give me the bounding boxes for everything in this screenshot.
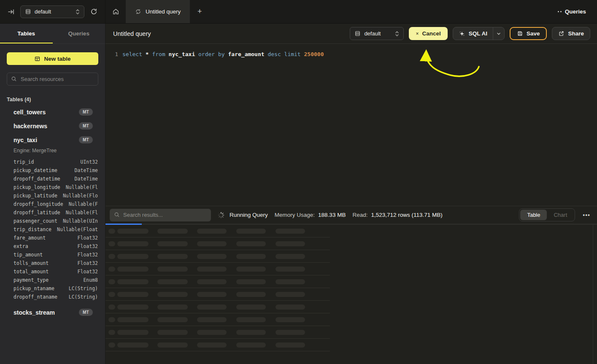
column-type: Nullable(F	[69, 201, 98, 207]
sidebar-tab-queries[interactable]: Queries	[53, 24, 105, 43]
results-scrollbar-track[interactable]	[593, 225, 593, 364]
column-row: tip_amountFloat32	[0, 251, 105, 259]
column-row: dropoff_datetimeDateTime	[0, 175, 105, 183]
skeleton-cell	[117, 229, 149, 234]
table-row-stocks-stream[interactable]: stocks_stream MT	[0, 305, 105, 319]
column-name: total_amount	[14, 269, 49, 275]
close-icon: ×	[416, 31, 419, 37]
skeleton-cell	[236, 267, 266, 272]
skeleton-cell	[197, 279, 227, 284]
column-name: tolls_amount	[14, 260, 49, 266]
tab-label: Untitled query	[146, 8, 181, 15]
sql-token: from	[152, 51, 168, 57]
column-row: extraFloat32	[0, 242, 105, 251]
skeleton-row	[105, 301, 330, 313]
skeleton-cell	[157, 305, 188, 310]
column-name: pickup_ntaname	[14, 286, 54, 291]
engine-badge: MT	[79, 122, 93, 129]
new-table-button[interactable]: New table	[7, 52, 98, 65]
share-label: Share	[568, 30, 584, 37]
skeleton-cell	[236, 292, 266, 297]
table-name: nyc_taxi	[14, 137, 37, 143]
skeleton-cell	[117, 241, 149, 246]
skeleton-row	[105, 288, 330, 301]
queries-link[interactable]: Queries	[558, 0, 597, 23]
sql-token: desc	[267, 51, 284, 57]
refresh-icon[interactable]	[90, 8, 97, 15]
table-row-nyc-taxi[interactable]: nyc_taxi MT	[0, 133, 105, 147]
toggle-chart[interactable]: Chart	[547, 210, 574, 220]
skeleton-cell	[108, 241, 115, 246]
chevron-up-down-icon	[76, 9, 80, 15]
column-name: tip_amount	[14, 252, 43, 258]
query-database-value: default	[364, 30, 381, 37]
more-options-button[interactable]: •••	[583, 212, 590, 218]
sql-token: 250000	[304, 51, 324, 57]
results-toolbar: Running Query Memory Usage: 188.33 MB Re…	[105, 206, 597, 224]
sql-console-app: default Untitled query + Que	[0, 0, 597, 364]
read-stat: Read: 1,523,712 rows (113.71 MB)	[352, 212, 442, 218]
sql-ai-dropdown[interactable]	[493, 27, 504, 40]
skeleton-cell	[276, 305, 305, 310]
column-type: Nullable(Fl	[66, 184, 98, 190]
skeleton-cell	[276, 279, 305, 284]
search-resources-input[interactable]	[7, 73, 98, 86]
sql-ai-main[interactable]: SQL AI	[453, 27, 493, 40]
dots-icon	[558, 11, 562, 12]
sql-token: nyc_taxi	[169, 51, 198, 57]
skeleton-cell	[236, 241, 266, 246]
skeleton-cell	[197, 267, 227, 272]
share-icon	[558, 30, 565, 37]
collapse-sidebar-icon[interactable]	[8, 8, 14, 15]
column-row: pickup_latitudeNullable(Flo	[0, 191, 105, 200]
tab-untitled-query[interactable]: Untitled query	[126, 0, 190, 23]
search-results-input[interactable]	[110, 209, 211, 221]
column-row: pickup_longitudeNullable(Fl	[0, 183, 105, 191]
queries-link-label: Queries	[565, 8, 586, 15]
loading-spinner-icon	[218, 212, 224, 218]
skeleton-cell	[276, 241, 305, 246]
sidebar-tab-tables[interactable]: Tables	[0, 24, 53, 43]
results-area	[105, 225, 597, 364]
table-row-hackernews[interactable]: hackernews MT	[0, 119, 105, 133]
skeleton-cell	[157, 241, 188, 246]
table-row-cell-towers[interactable]: cell_towers MT	[0, 105, 105, 119]
sidebar: Tables Queries New table Tables (4) cell…	[0, 24, 105, 364]
search-icon	[11, 76, 17, 82]
sql-editor[interactable]: 1 select * from nyc_taxi order by fare_a…	[105, 44, 597, 206]
sql-ai-button[interactable]: SQL AI	[453, 27, 505, 40]
column-row: pickup_ntanameLC(String)	[0, 284, 105, 293]
query-database-selector[interactable]: default	[350, 27, 404, 40]
resource-search	[7, 73, 98, 86]
sync-icon	[135, 8, 141, 15]
cancel-button[interactable]: × Cancel	[409, 27, 447, 40]
column-name: passenger_count	[14, 218, 57, 224]
line-number: 1	[105, 51, 118, 58]
skeleton-cell	[117, 330, 149, 335]
topbar: default Untitled query + Que	[0, 0, 597, 24]
column-row: trip_idUInt32	[0, 158, 105, 166]
topbar-database-selector[interactable]: default	[20, 5, 84, 18]
column-name: pickup_latitude	[14, 193, 57, 199]
save-button[interactable]: Save	[510, 27, 547, 40]
skeleton-cell	[108, 317, 115, 322]
skeleton-cell	[108, 342, 115, 348]
share-button[interactable]: Share	[552, 27, 590, 40]
status-text: Running Query	[230, 212, 268, 218]
new-tab-button[interactable]: +	[190, 0, 209, 23]
column-type: Float32	[78, 260, 98, 266]
skeleton-cell	[108, 254, 115, 259]
skeleton-cell	[117, 317, 149, 322]
skeleton-row	[105, 263, 330, 275]
column-type: Float32	[78, 252, 98, 258]
skeleton-cell	[197, 330, 227, 335]
skeleton-cell	[197, 254, 227, 259]
home-icon[interactable]	[105, 0, 126, 23]
engine-info: Engine: MergeTree	[0, 147, 105, 156]
skeleton-cell	[108, 267, 115, 272]
results-search	[110, 209, 211, 221]
toggle-table[interactable]: Table	[520, 210, 547, 220]
chevron-up-down-icon	[395, 31, 399, 37]
table-name: cell_towers	[14, 109, 46, 116]
skeleton-row	[105, 275, 330, 288]
